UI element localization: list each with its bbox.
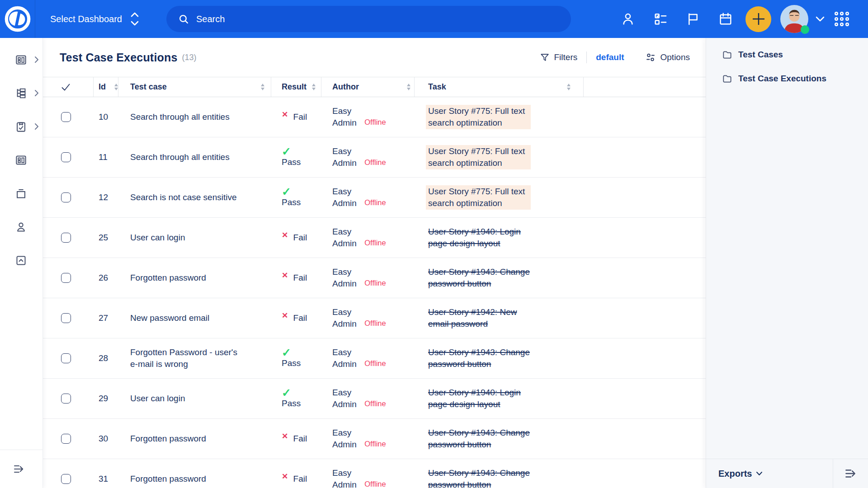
apps-menu-button[interactable] — [829, 6, 854, 32]
test-case-link[interactable]: Forgotten password — [130, 433, 206, 445]
exports-button[interactable]: Exports — [706, 459, 833, 488]
sort-icon[interactable] — [114, 84, 118, 90]
result-cell: ✕ Fail — [271, 97, 321, 137]
task-link[interactable]: User Story #1940: Login page design layo… — [428, 387, 533, 410]
test-case-link[interactable]: New password email — [130, 312, 209, 324]
user-icon — [15, 221, 27, 233]
table-row[interactable]: 10 Search through all entities ✕ Fail Ea… — [43, 97, 706, 137]
table-row[interactable]: 29 User can login ✓ Pass Easy Admin Offl… — [43, 379, 706, 419]
tasks-button[interactable] — [644, 6, 677, 32]
row-checkbox[interactable] — [61, 233, 71, 243]
sidebar-item-users[interactable] — [0, 210, 42, 244]
test-case-link[interactable]: Forgotten password — [130, 272, 206, 284]
sidebar-item-upload[interactable] — [0, 244, 42, 277]
panel-item-test-case-executions[interactable]: Test Case Executions — [706, 68, 868, 89]
test-case-link[interactable]: Search is not case sensitive — [130, 192, 237, 203]
column-header-task[interactable]: Task — [415, 77, 584, 97]
top-bar: Select Dashboard Search — [0, 0, 868, 38]
user-avatar[interactable] — [780, 5, 808, 33]
row-checkbox[interactable] — [61, 353, 71, 363]
column-header-author[interactable]: Author — [321, 77, 415, 97]
table-row[interactable]: 28 Forgotten Password - user's e-mail is… — [43, 338, 706, 379]
test-case-link[interactable]: Search through all entities — [130, 151, 230, 163]
row-checkbox[interactable] — [61, 192, 71, 202]
result-label: Fail — [293, 434, 307, 443]
test-case-link[interactable]: Forgotten Password - user's e-mail is wr… — [130, 347, 240, 370]
sort-icon[interactable] — [567, 84, 571, 90]
task-link[interactable]: User Story #1943: Change password button — [428, 347, 533, 370]
panel-item-test-cases[interactable]: Test Cases — [706, 44, 868, 65]
author-link[interactable]: Easy Admin — [332, 105, 362, 129]
online-status-dot — [801, 25, 809, 34]
task-link[interactable]: User Story #1943: Change password button — [428, 467, 533, 488]
panel-collapse-button[interactable] — [833, 459, 868, 488]
test-case-link[interactable]: Search through all entities — [130, 111, 230, 123]
author-link[interactable]: Easy Admin — [332, 186, 362, 209]
quick-add-button[interactable] — [745, 6, 771, 32]
task-link[interactable]: User Story #1943: Change password button — [428, 427, 533, 450]
author-link[interactable]: Easy Admin — [332, 306, 362, 330]
sidebar-item-dashboards[interactable] — [0, 43, 42, 76]
task-link[interactable]: User Story #1940: Login page design layo… — [428, 226, 533, 249]
sidebar-expand-button[interactable] — [12, 463, 26, 475]
test-case-link[interactable]: Forgotten password — [130, 473, 206, 485]
header-select-all[interactable] — [43, 77, 94, 97]
result-cell: ✓ Pass — [271, 338, 321, 378]
table-row[interactable]: 25 User can login ✕ Fail Easy Admin Offl… — [43, 218, 706, 258]
app-logo[interactable] — [0, 0, 35, 38]
flags-button[interactable] — [677, 6, 709, 32]
author-link[interactable]: Easy Admin — [332, 427, 362, 450]
table-row[interactable]: 12 Search is not case sensitive ✓ Pass E… — [43, 178, 706, 218]
result-icon: ✕ — [282, 231, 288, 239]
task-link[interactable]: User Story #775: Full text search optimi… — [426, 185, 531, 210]
profile-button[interactable] — [612, 6, 644, 32]
row-checkbox[interactable] — [61, 273, 71, 283]
sort-icon[interactable] — [261, 84, 264, 90]
test-case-link[interactable]: User can login — [130, 393, 185, 404]
row-checkbox[interactable] — [61, 434, 71, 444]
column-header-result[interactable]: Result — [271, 77, 321, 97]
task-link[interactable]: User Story #1943: Change password button — [428, 266, 533, 290]
presence-badge: Offline — [364, 357, 386, 370]
table-row[interactable]: 11 Search through all entities ✓ Pass Ea… — [43, 137, 706, 178]
row-checkbox[interactable] — [61, 394, 71, 404]
author-link[interactable]: Easy Admin — [332, 226, 362, 249]
author-link[interactable]: Easy Admin — [332, 266, 362, 290]
filters-label: Filters — [554, 52, 578, 62]
dashboard-selector[interactable]: Select Dashboard — [50, 11, 139, 27]
result-label: Fail — [293, 474, 307, 483]
sidebar-item-project-tree[interactable] — [0, 76, 42, 110]
row-checkbox[interactable] — [61, 112, 71, 122]
sidebar-item-test-plans[interactable] — [0, 110, 42, 143]
archive-box-icon — [15, 188, 27, 200]
chevron-right-icon — [34, 56, 39, 63]
table-row[interactable]: 30 Forgotten password ✕ Fail Easy Admin … — [43, 419, 706, 459]
calendar-button[interactable] — [709, 6, 742, 32]
easy-project-logo-icon — [4, 5, 32, 33]
task-link[interactable]: User Story #1942: New email password — [428, 306, 533, 330]
author-link[interactable]: Easy Admin — [332, 387, 362, 410]
sidebar-item-archive[interactable] — [0, 177, 42, 210]
filter-preset-link[interactable]: default — [596, 52, 624, 62]
filters-button[interactable]: Filters — [540, 52, 578, 62]
user-menu-chevron[interactable] — [816, 16, 825, 22]
task-link[interactable]: User Story #775: Full text search optimi… — [426, 145, 531, 169]
row-checkbox[interactable] — [61, 474, 71, 484]
sort-icon[interactable] — [407, 84, 410, 90]
options-button[interactable]: Options — [645, 52, 690, 63]
column-header-test-case[interactable]: Test case — [118, 77, 271, 97]
task-link[interactable]: User Story #775: Full text search optimi… — [426, 105, 531, 129]
table-row[interactable]: 26 Forgotten password ✕ Fail Easy Admin … — [43, 258, 706, 298]
test-case-link[interactable]: User can login — [130, 232, 185, 244]
author-link[interactable]: Easy Admin — [332, 467, 362, 488]
author-link[interactable]: Easy Admin — [332, 145, 362, 169]
search-input[interactable]: Search — [166, 6, 571, 32]
row-checkbox[interactable] — [61, 313, 71, 323]
column-header-id[interactable]: Id — [94, 77, 118, 97]
table-row[interactable]: 27 New password email ✕ Fail Easy Admin … — [43, 298, 706, 338]
sidebar-item-boards[interactable] — [0, 143, 42, 177]
sort-icon[interactable] — [312, 84, 316, 90]
author-link[interactable]: Easy Admin — [332, 347, 362, 370]
row-checkbox[interactable] — [61, 152, 71, 162]
table-row[interactable]: 31 Forgotten password ✕ Fail Easy Admin … — [43, 459, 706, 488]
